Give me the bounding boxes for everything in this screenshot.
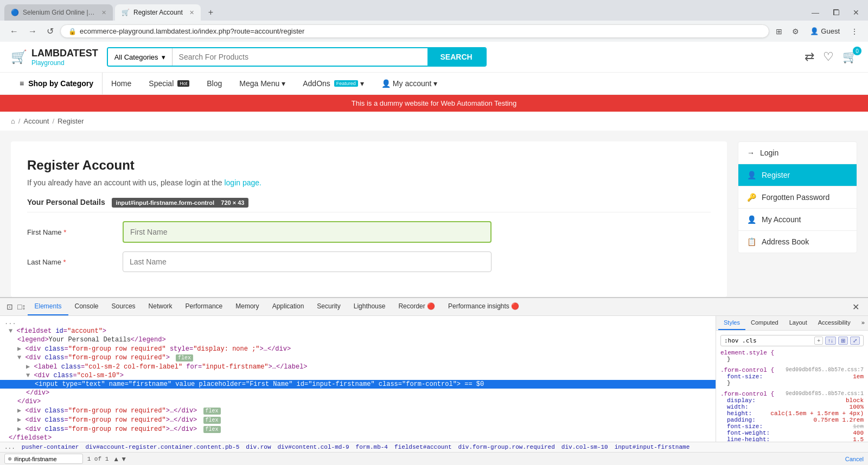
dt-div-hidden[interactable]: ▶ <div class="form-group row required" s… xyxy=(0,344,716,353)
tab-1[interactable]: 🔵 Selenium Grid Online | Run Sele... ✕ xyxy=(4,4,113,21)
devtools-tab-performance[interactable]: Performance xyxy=(179,298,229,315)
maximize-button[interactable]: ⧠ xyxy=(828,6,844,19)
dt-arrow-open2[interactable]: ▼ xyxy=(17,354,21,361)
devtools-device-btn[interactable]: □↕ xyxy=(15,300,28,313)
new-tab-button[interactable]: + xyxy=(203,5,219,20)
dt-bc-account-register[interactable]: div#account-register.container.content.p… xyxy=(85,444,239,450)
window-controls: — ⧠ ✕ xyxy=(807,6,864,19)
nav-addons[interactable]: AddOns Featured ▾ xyxy=(294,73,373,94)
dt-bc-row[interactable]: div.row xyxy=(246,444,271,450)
dt-div-row-req3[interactable]: ▶ <div class="form-group row required">…… xyxy=(0,415,716,424)
dt-ellipsis-row[interactable]: ... xyxy=(0,318,716,327)
sidebar-item-my-account[interactable]: 👤 My Account xyxy=(738,209,857,231)
dt-arrow[interactable]: ▼ xyxy=(9,327,12,335)
dt-label-collapsed[interactable]: ▶ <label class="col-sm-2 col-form-label"… xyxy=(0,362,716,371)
nav-my-account[interactable]: 👤 My account ▾ xyxy=(373,73,446,94)
announcement-text: This is a dummy website for Web Automati… xyxy=(352,99,516,107)
search-input[interactable] xyxy=(173,48,427,66)
dr-tab-styles[interactable]: Styles xyxy=(718,316,745,330)
dt-bc-input[interactable]: input#input-firstname xyxy=(615,444,690,450)
dt-bc-content[interactable]: div#content.col-md-9 xyxy=(278,444,349,450)
tab1-close[interactable]: ✕ xyxy=(101,9,106,16)
logo[interactable]: 🛒 LAMBDATEST Playground xyxy=(11,48,98,67)
first-name-input[interactable] xyxy=(123,221,492,243)
styles-filter-input[interactable] xyxy=(724,337,812,344)
minimize-button[interactable]: — xyxy=(807,6,824,19)
nav-home[interactable]: Home xyxy=(103,73,140,94)
refresh-button[interactable]: ↺ xyxy=(43,24,57,38)
rule-width: width: 100% xyxy=(720,404,864,410)
dt-div-close1[interactable]: </div> xyxy=(0,389,716,397)
search-prev-btn[interactable]: ▲ xyxy=(113,455,119,463)
dt-div-col-sm-10[interactable]: ▼ <div class="col-sm-10"> xyxy=(0,371,716,380)
dr-tab-more[interactable]: » xyxy=(856,316,868,330)
tab-2[interactable]: 🛒 Register Account ✕ xyxy=(115,4,201,21)
dr-tab-computed[interactable]: Computed xyxy=(745,316,784,330)
devtools-tab-elements[interactable]: Elements xyxy=(28,298,68,315)
dt-fieldset-close[interactable]: </fieldset> xyxy=(0,434,716,442)
login-link[interactable]: login page. xyxy=(224,178,261,187)
sidebar-item-login[interactable]: → Login xyxy=(738,142,857,164)
address-book-icon: 📋 xyxy=(747,237,756,246)
search-category-dropdown[interactable]: All Categories ▾ xyxy=(108,48,173,66)
search-button[interactable]: SEARCH xyxy=(427,48,486,66)
devtools-tab-lighthouse[interactable]: Lighthouse xyxy=(347,298,392,315)
search-next-btn[interactable]: ▼ xyxy=(120,455,127,463)
bookmark-button[interactable]: ⊞ xyxy=(773,25,786,38)
account-chevron: ▾ xyxy=(433,79,437,88)
tab2-close[interactable]: ✕ xyxy=(189,9,194,16)
devtools-tab-security[interactable]: Security xyxy=(310,298,347,315)
dt-arrow-collapsed[interactable]: ▶ xyxy=(17,345,21,353)
expand-style-btn[interactable]: ⤢ xyxy=(850,337,860,345)
devtools-inspect-btn[interactable]: ⊡ xyxy=(4,300,15,313)
search-cancel-btn[interactable]: Cancel xyxy=(845,456,864,462)
shop-by-category[interactable]: ≡ Shop by Category xyxy=(11,73,103,94)
dt-bc-fieldset[interactable]: fieldset#account xyxy=(394,444,452,450)
devtools-close-btn[interactable]: ✕ xyxy=(848,300,864,314)
sidebar-item-address-book[interactable]: 📋 Address Book xyxy=(738,231,857,253)
wishlist-icon[interactable]: ♡ xyxy=(823,50,834,64)
devtools-tab-console[interactable]: Console xyxy=(68,298,105,315)
dt-div-row-req4[interactable]: ▶ <div class="form-group row required">…… xyxy=(0,424,716,434)
exchange-icon[interactable]: ⇄ xyxy=(805,50,814,64)
dt-legend[interactable]: <legend>Your Personal Details</legend> xyxy=(0,335,716,344)
dt-bc-col-sm-10[interactable]: div.col-sm-10 xyxy=(561,444,608,450)
devtools-tab-network[interactable]: Network xyxy=(142,298,179,315)
devtools-tab-sources[interactable]: Sources xyxy=(105,298,142,315)
extension-button[interactable]: ⚙ xyxy=(789,25,802,38)
devtools-tab-recorder[interactable]: Recorder 🔴 xyxy=(392,298,442,315)
dt-div-row-req2[interactable]: ▶ <div class="form-group row required">…… xyxy=(0,406,716,415)
devtools-tab-perf-insights[interactable]: Performance insights 🔴 xyxy=(442,298,526,315)
nav-mega-menu[interactable]: Mega Menu ▾ xyxy=(231,73,294,94)
back-button[interactable]: ← xyxy=(7,24,22,38)
dt-div-close2[interactable]: </div> xyxy=(0,397,716,406)
forward-button[interactable]: → xyxy=(25,24,40,38)
dt-bc-pusher[interactable]: pusher-container xyxy=(22,444,79,450)
dr-tab-accessibility[interactable]: Accessibility xyxy=(813,316,856,330)
devtools-tab-application[interactable]: Application xyxy=(266,298,311,315)
devtools-tab-memory[interactable]: Memory xyxy=(229,298,265,315)
dt-bc-form-group[interactable]: div.form-group.row.required xyxy=(458,444,555,450)
dr-tab-layout[interactable]: Layout xyxy=(784,316,813,330)
devtools-search-input[interactable] xyxy=(14,456,79,462)
add-style-btn[interactable]: + xyxy=(814,337,823,345)
sidebar-item-forgotten-password[interactable]: 🔑 Forgotten Password xyxy=(738,186,857,209)
nav-blog[interactable]: Blog xyxy=(198,73,231,94)
address-bar[interactable]: 🔒 ecommerce-playground.lambdatest.io/ind… xyxy=(60,24,769,38)
dt-bc-form[interactable]: form.mb-4 xyxy=(356,444,388,450)
more-button[interactable]: ⋮ xyxy=(847,25,861,38)
last-name-input[interactable] xyxy=(123,251,492,272)
cart-icon[interactable]: 🛒 0 xyxy=(843,50,857,64)
sidebar-item-register[interactable]: 👤 Register xyxy=(738,164,857,186)
guest-button[interactable]: 👤 Guest xyxy=(806,25,844,37)
close-window-button[interactable]: ✕ xyxy=(848,6,864,19)
dt-div-row-required[interactable]: ▼ <div class="form-group row required"> … xyxy=(0,353,716,362)
dt-input-firstname[interactable]: <input type="text" name="firstname" valu… xyxy=(0,380,716,389)
home-icon[interactable]: ⌂ xyxy=(11,117,15,125)
search-category-chevron: ▾ xyxy=(162,53,165,61)
dt-fieldset-open[interactable]: ▼ <fieldset id="account"> xyxy=(0,327,716,335)
nav-special[interactable]: Special Hot xyxy=(140,73,198,94)
grid-style-btn[interactable]: ⊞ xyxy=(838,337,848,345)
breadcrumb-account[interactable]: Account xyxy=(23,117,49,125)
toggle-style-btn[interactable]: ↑↓ xyxy=(825,337,836,345)
